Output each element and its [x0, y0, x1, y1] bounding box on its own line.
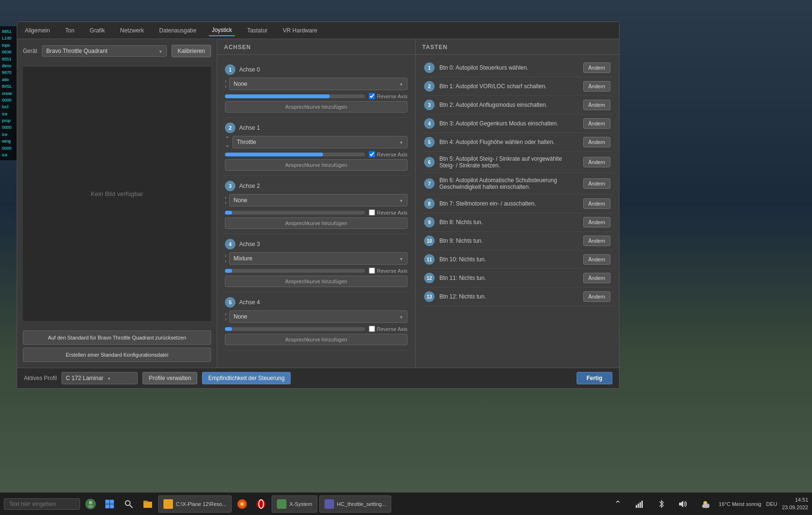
file-explorer-icon: [163, 499, 173, 509]
svg-rect-18: [639, 502, 641, 508]
axis-2-bar-fill: [225, 211, 232, 215]
svg-point-7: [125, 501, 130, 505]
axis-4-curve-btn[interactable]: Ansprechkurve hinzufügen: [225, 334, 407, 345]
btn-item-4: 5 Btn 4: Autopilot Flughöhe wählen oder …: [422, 133, 612, 152]
axis-1-reverse-check[interactable]: [369, 151, 375, 157]
axis-3-reverse-label: Reverse Axis: [377, 268, 407, 274]
btn-2-ändern[interactable]: Ändern: [583, 100, 610, 110]
hc-throttle-icon: [325, 499, 334, 509]
axis-3-nav[interactable]: ‹›: [225, 254, 226, 264]
taskbar-network-icon[interactable]: [631, 495, 648, 513]
btn-12-ändern[interactable]: Ändern: [583, 291, 610, 302]
empfindlichkeit-button[interactable]: Empfindlichkeit der Steuerung: [202, 372, 291, 384]
device-select[interactable]: Bravo Throttle Quadrant: [42, 45, 167, 57]
axis-3-curve-btn[interactable]: Ansprechkurve hinzufügen: [225, 276, 407, 287]
middle-panel: ACHSEN 1 Achse 0 ‹› None: [217, 39, 415, 368]
axis-0-title: Achse 0: [239, 66, 260, 73]
taskbar-search-icon[interactable]: [120, 495, 137, 513]
taskbar-avatar-icon[interactable]: [82, 495, 99, 513]
btn-item-8: 9 Btn 8: Nichts tun. Ändern: [422, 213, 612, 232]
taskbar-mozilla-icon[interactable]: [233, 495, 251, 513]
svg-marker-20: [679, 501, 683, 507]
fertig-button[interactable]: Fertig: [577, 372, 612, 384]
btn-10-ändern[interactable]: Ändern: [583, 254, 610, 265]
taskbar-chevron-icon[interactable]: ⌃: [609, 495, 626, 513]
axis-3-reverse-check[interactable]: [369, 268, 375, 274]
axis-0-chevron: [399, 81, 403, 87]
axis-4-chevron: [399, 313, 403, 320]
btn-4-ändern[interactable]: Ändern: [583, 137, 610, 147]
taskbar-weather-icon[interactable]: [697, 495, 714, 513]
reset-button[interactable]: Auf den Standard für Bravo Throttle Quad…: [23, 330, 211, 345]
axis-0-bar: [225, 94, 365, 98]
create-config-button[interactable]: Erstellen einer Standard Konfigurationsd…: [23, 348, 211, 362]
btn-0-ändern[interactable]: Ändern: [583, 62, 610, 73]
axis-3-select[interactable]: Mixture: [229, 252, 407, 265]
axis-1-select[interactable]: Throttle: [233, 136, 407, 148]
axis-1-nav[interactable]: ⌃⌄: [225, 136, 230, 148]
menu-item-joystick[interactable]: Joystick: [209, 25, 235, 36]
menu-item-vr-hardware[interactable]: VR Hardware: [280, 25, 320, 36]
btn-item-7: 8 Btn 7: Stellmotoren ein- / ausschalten…: [422, 195, 612, 213]
taskbar-explorer-icon[interactable]: [139, 495, 156, 513]
axis-2-reverse: Reverse Axis: [369, 209, 407, 216]
btn-3-ändern[interactable]: Ändern: [583, 118, 610, 129]
taskbar: C:\X-Plane 12\Reso... X-System HC_thrott…: [0, 492, 812, 515]
axis-4-title: Achse 4: [239, 299, 260, 306]
taskbar-app-file-explorer[interactable]: C:\X-Plane 12\Reso...: [158, 495, 232, 513]
tasten-header: TASTEN: [416, 39, 619, 55]
taskbar-opera-icon[interactable]: [253, 495, 270, 513]
svg-rect-5: [105, 504, 110, 508]
taskbar-bluetooth-icon[interactable]: [653, 495, 670, 513]
axis-4-select[interactable]: None: [229, 310, 407, 323]
btn-1-ändern[interactable]: Ändern: [583, 81, 610, 92]
btn-12-number: 13: [424, 291, 435, 302]
taskbar-app-x-system-label: X-System: [289, 501, 312, 507]
bottom-buttons: Auf den Standard für Bravo Throttle Quad…: [23, 330, 211, 362]
axis-4-nav[interactable]: ‹›: [225, 312, 226, 322]
btn-12-label: Btn 12: Nichts tun.: [439, 293, 579, 300]
menu-item-grafik[interactable]: Grafik: [87, 25, 108, 36]
axis-4-reverse-check[interactable]: [369, 326, 375, 332]
taskbar-windows-icon[interactable]: [101, 495, 118, 513]
axis-item-2: 3 Achse 2 ‹› None: [222, 176, 410, 234]
axis-0-curve-btn[interactable]: Ansprechkurve hinzufügen: [225, 101, 407, 113]
axis-2-reverse-check[interactable]: [369, 209, 375, 216]
axis-3-value: Mixture: [233, 255, 252, 262]
menu-item-tastatur[interactable]: Tastatur: [244, 25, 271, 36]
axis-0-select[interactable]: None: [229, 78, 407, 90]
profile-manage-button[interactable]: Profile verwalten: [142, 372, 197, 384]
svg-rect-3: [105, 500, 110, 504]
right-panel: TASTEN 1 Btn 0: Autopilot Steuerkurs wäh…: [415, 39, 619, 368]
axis-1-curve-btn[interactable]: Ansprechkurve hinzufügen: [225, 159, 407, 171]
btn-8-ändern[interactable]: Ändern: [583, 217, 610, 227]
menu-item-netzwerk[interactable]: Netzwerk: [117, 25, 147, 36]
taskbar-language: DEU: [766, 501, 777, 507]
axis-1-title: Achse 1: [239, 124, 260, 131]
menu-item-ton[interactable]: Ton: [62, 25, 77, 36]
taskbar-search[interactable]: [4, 498, 80, 510]
btn-6-ändern[interactable]: Ändern: [583, 178, 610, 189]
menu-item-datenausgabe[interactable]: Datenausgabe: [156, 25, 199, 36]
taskbar-volume-icon[interactable]: [675, 495, 692, 513]
btn-11-ändern[interactable]: Ändern: [583, 273, 610, 283]
btn-0-number: 1: [424, 62, 435, 73]
btn-5-ändern[interactable]: Ändern: [583, 157, 610, 167]
axis-4-value: None: [233, 313, 247, 320]
axis-1-value: Throttle: [237, 139, 256, 145]
btn-1-number: 2: [424, 81, 435, 92]
taskbar-app-x-system[interactable]: X-System: [272, 495, 317, 513]
menu-item-allgemein[interactable]: Allgemein: [22, 25, 53, 36]
btn-9-ändern[interactable]: Ändern: [583, 236, 610, 246]
taskbar-time-value: 14:51: [782, 496, 808, 504]
axis-0-nav[interactable]: ‹›: [225, 79, 226, 89]
calibrate-button[interactable]: Kalibrieren: [172, 45, 211, 57]
axis-0-reverse-check[interactable]: [369, 93, 375, 99]
axis-2-select[interactable]: None: [229, 194, 407, 206]
taskbar-app-hc-throttle[interactable]: HC_throttle_setting...: [319, 495, 391, 513]
svg-rect-25: [703, 506, 709, 508]
profile-select[interactable]: C 172 Laminar: [61, 372, 138, 384]
axis-2-curve-btn[interactable]: Ansprechkurve hinzufügen: [225, 217, 407, 229]
axis-2-nav[interactable]: ‹›: [225, 196, 226, 206]
btn-7-ändern[interactable]: Ändern: [583, 198, 610, 209]
